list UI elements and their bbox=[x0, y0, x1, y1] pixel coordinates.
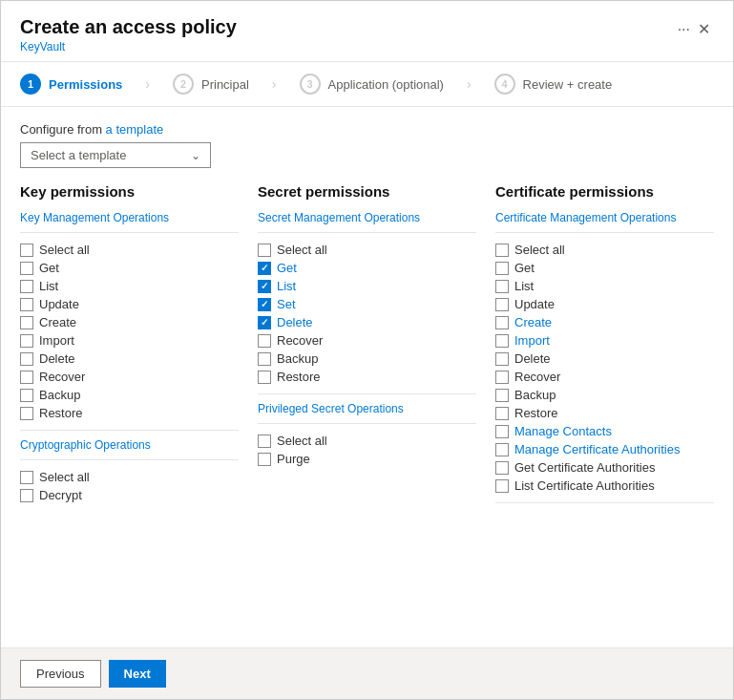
cert-restore: Restore bbox=[495, 404, 714, 422]
cert-backup-label: Backup bbox=[514, 388, 556, 402]
cert-select-all-label: Select all bbox=[514, 243, 565, 257]
secret-recover-label: Recover bbox=[277, 333, 323, 348]
step-application[interactable]: 3 Application (optional) bbox=[300, 74, 444, 95]
key-get: Get bbox=[20, 259, 239, 277]
cert-list: List bbox=[495, 277, 714, 295]
secret-backup-checkbox[interactable] bbox=[258, 352, 271, 366]
privileged-secret-label: Privileged Secret Operations bbox=[258, 402, 476, 415]
cert-manage-ca-label: Manage Certificate Authorities bbox=[514, 442, 680, 456]
key-get-checkbox[interactable] bbox=[20, 262, 33, 275]
cert-list-ca-label: List Certificate Authorities bbox=[514, 478, 655, 493]
key-delete-label: Delete bbox=[39, 351, 75, 366]
key-backup-label: Backup bbox=[39, 388, 80, 402]
secret-get-label: Get bbox=[277, 261, 297, 275]
step-divider-1: › bbox=[145, 76, 150, 92]
key-get-label: Get bbox=[39, 261, 59, 275]
cert-manage-ca-checkbox[interactable] bbox=[495, 443, 509, 456]
key-update: Update bbox=[20, 295, 239, 313]
secret-get-checkbox[interactable] bbox=[258, 262, 271, 275]
cert-update-label: Update bbox=[514, 297, 555, 311]
secret-divider-2 bbox=[258, 393, 476, 394]
key-divider-1 bbox=[20, 232, 239, 233]
key-recover: Recover bbox=[20, 368, 239, 386]
cert-list-ca: List Certificate Authorities bbox=[495, 477, 714, 495]
secret-priv-select-all-label: Select all bbox=[277, 434, 327, 448]
secret-set-checkbox[interactable] bbox=[258, 298, 271, 311]
cert-list-ca-checkbox[interactable] bbox=[495, 479, 509, 493]
cert-recover-label: Recover bbox=[514, 370, 560, 384]
cert-delete-checkbox[interactable] bbox=[495, 352, 509, 366]
more-button[interactable]: ··· bbox=[674, 17, 694, 42]
key-divider-2 bbox=[20, 430, 239, 431]
key-create: Create bbox=[20, 313, 239, 331]
step-1-circle: 1 bbox=[20, 74, 41, 95]
key-create-checkbox[interactable] bbox=[20, 316, 33, 329]
header-text: Create an access policy KeyVault bbox=[20, 16, 237, 53]
close-button[interactable]: ✕ bbox=[694, 16, 714, 42]
key-backup: Backup bbox=[20, 386, 239, 404]
key-update-checkbox[interactable] bbox=[20, 298, 33, 311]
secret-delete-label: Delete bbox=[277, 315, 313, 329]
secret-priv-select-all-checkbox[interactable] bbox=[258, 435, 271, 448]
secret-delete-checkbox[interactable] bbox=[258, 316, 271, 329]
cert-import-checkbox[interactable] bbox=[495, 334, 509, 348]
secret-restore-checkbox[interactable] bbox=[258, 371, 271, 384]
key-delete-checkbox[interactable] bbox=[20, 352, 33, 366]
cert-divider-1 bbox=[495, 232, 714, 233]
cert-restore-checkbox[interactable] bbox=[495, 407, 509, 420]
secret-set: Set bbox=[258, 295, 476, 313]
cert-restore-label: Restore bbox=[514, 406, 558, 420]
cert-get: Get bbox=[495, 259, 714, 277]
secret-recover-checkbox[interactable] bbox=[258, 334, 271, 348]
panel-title: Create an access policy bbox=[20, 16, 237, 38]
step-permissions[interactable]: 1 Permissions bbox=[20, 74, 122, 95]
secret-restore: Restore bbox=[258, 368, 476, 386]
key-import-checkbox[interactable] bbox=[20, 334, 33, 348]
cert-list-checkbox[interactable] bbox=[495, 280, 509, 293]
cert-select-all-checkbox[interactable] bbox=[495, 244, 509, 257]
secret-backup-label: Backup bbox=[277, 351, 318, 366]
key-restore-label: Restore bbox=[39, 406, 83, 420]
footer: Previous Next bbox=[1, 647, 733, 699]
key-select-all-checkbox[interactable] bbox=[20, 244, 33, 257]
next-button[interactable]: Next bbox=[109, 660, 166, 688]
steps-bar: 1 Permissions › 2 Principal › 3 Applicat… bbox=[1, 62, 733, 107]
key-update-label: Update bbox=[39, 297, 79, 311]
template-dropdown[interactable]: Select a template ⌄ bbox=[20, 142, 211, 168]
key-recover-checkbox[interactable] bbox=[20, 371, 33, 384]
key-backup-checkbox[interactable] bbox=[20, 389, 33, 402]
secret-purge-checkbox[interactable] bbox=[258, 453, 271, 466]
cert-import: Import bbox=[495, 331, 714, 350]
key-decrypt-checkbox[interactable] bbox=[20, 489, 33, 502]
template-link[interactable]: a template bbox=[106, 122, 164, 137]
cert-manage-contacts-checkbox[interactable] bbox=[495, 425, 509, 438]
cert-create-checkbox[interactable] bbox=[495, 316, 509, 329]
secret-select-all-checkbox[interactable] bbox=[258, 244, 271, 257]
step-review[interactable]: 4 Review + create bbox=[494, 74, 613, 95]
cert-get-ca-checkbox[interactable] bbox=[495, 461, 509, 475]
secret-list: List bbox=[258, 277, 476, 295]
step-principal[interactable]: 2 Principal bbox=[173, 74, 249, 95]
key-crypto-select-all-checkbox[interactable] bbox=[20, 471, 33, 484]
cert-update: Update bbox=[495, 295, 714, 313]
cert-get-checkbox[interactable] bbox=[495, 262, 509, 275]
previous-button[interactable]: Previous bbox=[20, 660, 101, 688]
cert-delete-label: Delete bbox=[514, 351, 551, 366]
secret-get: Get bbox=[258, 259, 476, 277]
key-select-all: Select all bbox=[20, 241, 239, 259]
key-restore-checkbox[interactable] bbox=[20, 407, 33, 420]
cert-backup-checkbox[interactable] bbox=[495, 389, 509, 402]
secret-recover: Recover bbox=[258, 331, 476, 350]
cert-get-ca: Get Certificate Authorities bbox=[495, 458, 714, 477]
template-dropdown-text: Select a template bbox=[31, 148, 126, 162]
crypto-ops-label: Cryptographic Operations bbox=[20, 438, 239, 452]
key-list-checkbox[interactable] bbox=[20, 280, 33, 293]
cert-permissions-column: Certificate permissions Certificate Mana… bbox=[495, 183, 714, 511]
cert-update-checkbox[interactable] bbox=[495, 298, 509, 311]
cert-recover-checkbox[interactable] bbox=[495, 371, 509, 384]
secret-list-checkbox[interactable] bbox=[258, 280, 271, 293]
key-recover-label: Recover bbox=[39, 370, 85, 384]
secret-set-label: Set bbox=[277, 297, 296, 311]
cert-delete: Delete bbox=[495, 350, 714, 368]
cert-select-all: Select all bbox=[495, 241, 714, 259]
